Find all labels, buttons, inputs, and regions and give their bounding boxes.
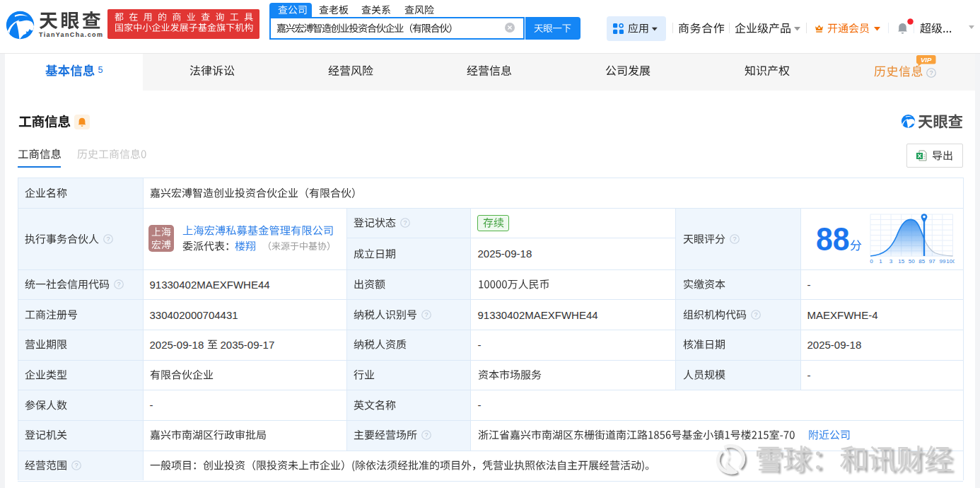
svg-text:?: ? (403, 220, 407, 227)
svg-text:1: 1 (879, 258, 882, 265)
svg-text:?: ? (74, 462, 78, 469)
svg-text:?: ? (117, 281, 120, 288)
svg-text:VIP: VIP (921, 56, 932, 64)
svg-text:0: 0 (870, 258, 873, 265)
svg-text:?: ? (106, 236, 110, 243)
svg-text:15: 15 (898, 258, 904, 265)
svg-text:?: ? (754, 311, 757, 318)
svg-text:97: 97 (929, 258, 935, 265)
svg-text:50: 50 (909, 258, 915, 265)
svg-text:?: ? (929, 69, 933, 76)
svg-text:100: 100 (946, 258, 955, 265)
svg-text:85: 85 (918, 258, 925, 265)
svg-text:?: ? (424, 431, 428, 438)
svg-text:?: ? (424, 311, 428, 318)
svg-text:3: 3 (889, 258, 893, 265)
svg-text:?: ? (733, 236, 736, 243)
svg-text:99: 99 (939, 258, 945, 265)
